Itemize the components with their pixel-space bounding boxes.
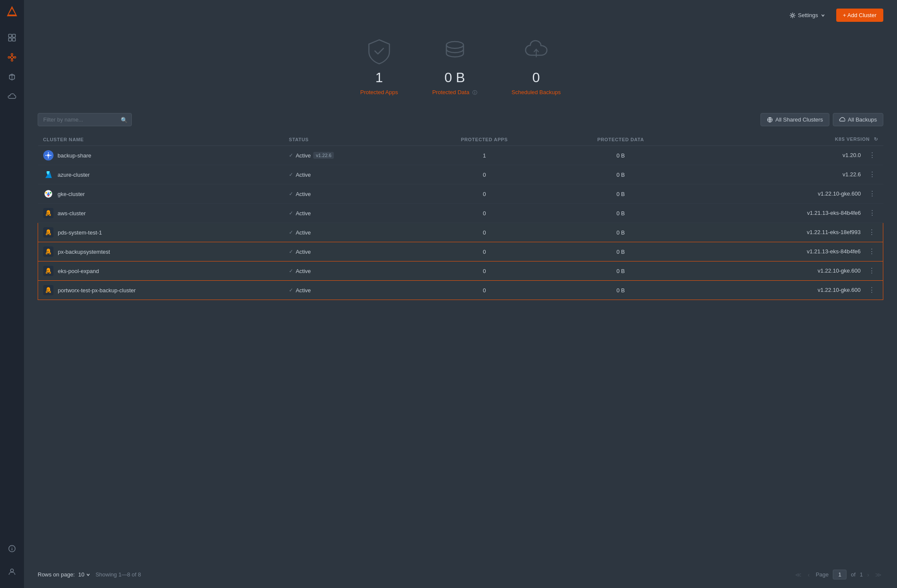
protected-apps-label: Protected Apps — [360, 89, 398, 95]
table-row[interactable]: gke-cluster ✓ Active 0 0 B v1.22.10-gke.… — [38, 184, 883, 204]
cluster-name: aws-cluster — [58, 210, 86, 217]
row-menu-button[interactable]: ⋮ — [866, 208, 878, 218]
status-text: Active — [296, 191, 311, 197]
protected-apps-count: 1 — [375, 70, 383, 86]
table-row[interactable]: a aws-cluster ✓ Active 0 0 B v1.21.13-ek… — [38, 204, 883, 223]
svg-text:a: a — [48, 269, 49, 272]
aws-icon: a — [43, 208, 53, 218]
k8s-version-text: v1.22.6 — [843, 171, 861, 178]
status-check-icon: ✓ — [289, 210, 293, 216]
aws-icon: a — [43, 266, 53, 276]
rows-per-page-select[interactable]: Rows on page: 10 — [38, 571, 90, 578]
cluster-name-cell: a pds-system-test-1 — [38, 223, 284, 242]
status-check-icon: ✓ — [289, 268, 293, 274]
svg-point-19 — [12, 547, 12, 548]
app-logo[interactable] — [5, 5, 19, 19]
table-toolbar: 🔍 All Shared Clusters All Backups — [38, 113, 883, 126]
status-text: Active — [296, 268, 311, 274]
protected-apps-cell: 0 — [416, 165, 552, 184]
clusters-table: CLUSTER NAME STATUS PROTECTED APPS PROTE… — [38, 133, 883, 300]
sidebar-item-clusters[interactable] — [3, 49, 21, 66]
refresh-icon[interactable]: ↻ — [874, 137, 878, 142]
svg-point-8 — [11, 59, 13, 61]
cloud-icon — [521, 36, 552, 66]
protected-data-label: Protected Data ⓘ — [432, 89, 477, 96]
status-check-icon: ✓ — [289, 287, 293, 293]
table-row[interactable]: a px-backupsystemtest ✓ Active 0 0 B v1.… — [38, 242, 883, 261]
scheduled-backups-label: Scheduled Backups — [511, 89, 561, 95]
sidebar-item-apps[interactable] — [3, 68, 21, 86]
gke-icon — [43, 189, 53, 199]
all-shared-clusters-button[interactable]: All Shared Clusters — [760, 113, 829, 126]
protected-apps-cell: 0 — [416, 242, 552, 261]
k8s-version-text: v1.22.10-gke.600 — [818, 190, 861, 197]
protected-apps-cell: 0 — [416, 223, 552, 242]
all-backups-button[interactable]: All Backups — [833, 113, 883, 126]
svg-point-27 — [47, 154, 50, 157]
cluster-status-cell: ✓ Active — [284, 165, 416, 184]
sidebar-item-dashboard[interactable] — [3, 29, 21, 46]
main-content: Settings + Add Cluster 1 Protected Apps — [24, 0, 897, 588]
database-icon — [440, 36, 470, 66]
sidebar — [0, 0, 24, 588]
table-row[interactable]: a portworx-test-px-backup-cluster ✓ Acti… — [38, 281, 883, 300]
showing-label: Showing 1—8 of 8 — [95, 571, 141, 578]
protected-data-cell: 0 B — [552, 281, 689, 300]
cluster-name: gke-cluster — [58, 191, 85, 197]
sidebar-user-btn[interactable] — [3, 563, 21, 580]
add-cluster-button[interactable]: + Add Cluster — [836, 9, 883, 22]
cluster-name-cell: a px-backupsystemtest — [38, 242, 284, 261]
cluster-status-cell: ✓ Active — [284, 281, 416, 300]
settings-button[interactable]: Settings — [785, 9, 829, 21]
pagination-left: Rows on page: 10 Showing 1—8 of 8 — [38, 571, 141, 578]
version-badge: v1.22.6 — [313, 152, 334, 159]
status-text: Active — [296, 210, 311, 217]
row-menu-button[interactable]: ⋮ — [866, 169, 878, 179]
next-page-button[interactable]: › — [865, 570, 871, 579]
svg-rect-4 — [9, 38, 12, 41]
svg-text:a: a — [48, 231, 49, 233]
last-page-button[interactable]: ≫ — [873, 570, 883, 579]
pagination-right: ≪ ‹ Page of 1 › ≫ — [793, 570, 883, 579]
row-menu-button[interactable]: ⋮ — [866, 285, 878, 295]
chevron-down-icon — [821, 13, 825, 18]
chevron-down-icon — [86, 573, 90, 577]
sidebar-item-backups[interactable] — [3, 88, 21, 105]
info-icon: ⓘ — [472, 90, 477, 95]
cluster-name: backup-share — [58, 152, 92, 159]
row-menu-button[interactable]: ⋮ — [866, 266, 878, 276]
of-label: of — [851, 571, 855, 578]
protected-apps-cell: 0 — [416, 261, 552, 281]
table-row[interactable]: azure-cluster ✓ Active 0 0 B v1.22.6 ⋮ — [38, 165, 883, 184]
first-page-button[interactable]: ≪ — [793, 570, 803, 579]
shared-clusters-icon — [767, 117, 773, 123]
row-menu-button[interactable]: ⋮ — [866, 227, 878, 237]
stat-scheduled-backups: 0 Scheduled Backups — [511, 36, 561, 96]
scheduled-backups-count: 0 — [532, 70, 540, 86]
table-row[interactable]: a pds-system-test-1 ✓ Active 0 0 B v1.22… — [38, 223, 883, 242]
clusters-table-wrap: CLUSTER NAME STATUS PROTECTED APPS PROTE… — [38, 133, 883, 563]
all-backups-label: All Backups — [848, 116, 877, 123]
filter-input[interactable] — [38, 113, 132, 126]
table-row[interactable]: backup-share ✓ Active v1.22.6 1 0 B v1.2… — [38, 146, 883, 165]
cluster-name: pds-system-test-1 — [58, 229, 102, 236]
k8s-version-cell: v1.22.11-eks-18ef993 ⋮ — [689, 223, 883, 241]
sidebar-info-btn[interactable] — [3, 540, 21, 557]
aws-icon: a — [43, 285, 53, 295]
col-status: STATUS — [284, 133, 416, 146]
azure-icon — [43, 169, 53, 180]
row-menu-button[interactable]: ⋮ — [866, 246, 878, 256]
svg-point-6 — [11, 56, 13, 59]
gear-icon — [790, 12, 796, 18]
col-k8s-version: K8S VERSION ↻ — [689, 133, 883, 146]
protected-data-cell: 0 B — [552, 261, 689, 281]
page-input[interactable] — [833, 570, 847, 579]
total-pages: 1 — [860, 571, 863, 578]
table-row[interactable]: a eks-pool-expand ✓ Active 0 0 B v1.22.1… — [38, 261, 883, 281]
protected-apps-cell: 0 — [416, 204, 552, 223]
prev-page-button[interactable]: ‹ — [806, 570, 811, 579]
svg-rect-3 — [12, 34, 15, 37]
row-menu-button[interactable]: ⋮ — [866, 189, 878, 199]
row-menu-button[interactable]: ⋮ — [866, 150, 878, 160]
sidebar-bottom — [3, 540, 21, 583]
